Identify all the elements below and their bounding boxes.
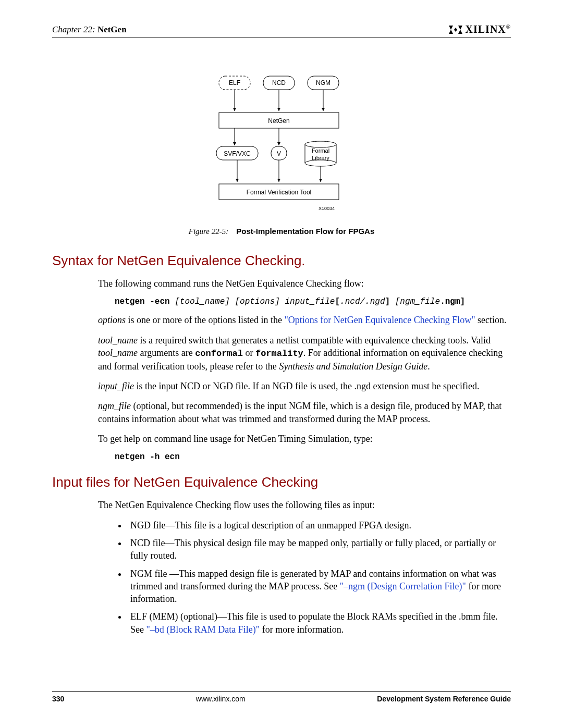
v-node: V [277, 150, 281, 157]
page-number: 330 [52, 695, 64, 703]
netgen-node: NetGen [268, 117, 289, 125]
list-item: NCD file—This physical design file may b… [127, 537, 511, 562]
formal-lib-1: Formal [312, 147, 329, 154]
list-item: NGD file—This file is a logical descript… [127, 519, 511, 532]
bd-link[interactable]: "–bd (Block RAM Data File)" [146, 624, 260, 635]
diagram-ref: X10034 [319, 206, 335, 211]
figure-label: Figure 22-5: [189, 227, 229, 236]
section2-body: The NetGen Equivalence Checking flow use… [98, 499, 511, 636]
ncd-node: NCD [272, 79, 286, 87]
page-footer: 330 www.xilinx.com Development System Re… [52, 691, 511, 703]
page-header: Chapter 22: NetGen XILINX® [52, 23, 511, 38]
footer-url[interactable]: www.xilinx.com [196, 695, 246, 703]
chapter-prefix: Chapter 22: [52, 24, 95, 34]
flow-diagram: ELF NCD NGM NetGen SVF/VXC V Formal Libr… [214, 73, 349, 219]
logo-text: XILINX® [466, 23, 511, 35]
heading-syntax: Syntax for NetGen Equivalence Checking. [52, 253, 511, 269]
list-item: NGM file —This mapped design file is gen… [127, 567, 511, 606]
xilinx-logo: XILINX® [448, 23, 511, 35]
chapter-title: NetGen [97, 24, 127, 34]
svg-point-11 [305, 141, 336, 147]
options-link[interactable]: "Options for NetGen Equivalence Checking… [284, 315, 475, 325]
figure-caption: Figure 22-5: Post-Implementation Flow fo… [52, 227, 511, 236]
ngm-link[interactable]: "–ngm (Design Correlation File)" [340, 581, 466, 591]
options-para: options is one or more of the options li… [98, 314, 511, 326]
list-item: ELF (MEM) (optional)—This file is used t… [127, 610, 511, 636]
syntax-intro: The following command runs the NetGen Eq… [98, 277, 511, 290]
elf-node: ELF [229, 79, 240, 87]
input-files-intro: The NetGen Equivalence Checking flow use… [98, 499, 511, 511]
ngm-node: NGM [316, 79, 331, 87]
inputfile-para: input_file is the input NCD or NGD file.… [98, 380, 511, 392]
toolname-para: tool_name is a required switch that gene… [98, 334, 511, 373]
section1-body: The following command runs the NetGen Eq… [98, 277, 511, 462]
help-intro: To get help on command line usage for Ne… [98, 433, 511, 445]
heading-input-files: Input files for NetGen Equivalence Check… [52, 474, 511, 490]
xilinx-logo-icon [448, 24, 463, 35]
ngmfile-para: ngm_file (optional, but recommended) is … [98, 400, 511, 425]
formal-lib-2: Library [312, 155, 329, 161]
chapter-label: Chapter 22: NetGen [52, 24, 127, 35]
figure-title: Post-Implementation Flow for FPGAs [236, 227, 374, 236]
svf-node: SVF/VXC [224, 150, 251, 157]
netgen-help-command: netgen -h ecn [115, 452, 511, 462]
figure-22-5: ELF NCD NGM NetGen SVF/VXC V Formal Libr… [52, 73, 511, 236]
tool-node: Formal Verification Tool [247, 189, 312, 196]
footer-doc-title: Development System Reference Guide [377, 695, 511, 703]
netgen-ecn-command: netgen -ecn [tool_name] [options] input_… [115, 297, 511, 306]
input-files-list: NGD file—This file is a logical descript… [127, 519, 511, 636]
